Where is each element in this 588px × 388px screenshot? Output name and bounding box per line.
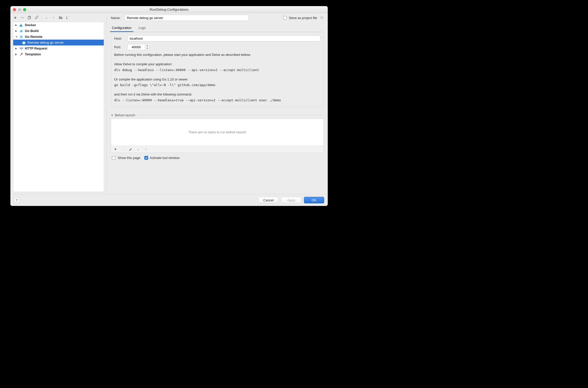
go-item-icon [22, 41, 26, 45]
dialog-footer: ? Cancel Apply OK [10, 194, 328, 206]
tree-label: Remote debug go server [27, 41, 64, 44]
tree-node-remote-debug-go-server[interactable]: Remote debug go server [13, 40, 104, 45]
svg-rect-6 [21, 24, 22, 25]
add-config-button[interactable]: ＋ [13, 15, 18, 20]
wrench-icon [19, 52, 23, 56]
help-line: Or compile the application using Go 1.10… [114, 77, 320, 82]
cancel-button[interactable]: Cancel [258, 197, 279, 203]
svg-rect-5 [21, 25, 22, 26]
help-line: Before running this configuration, pleas… [114, 53, 320, 57]
tabs: Configuration Logs [111, 24, 324, 32]
svg-rect-1 [28, 17, 30, 19]
before-launch-title: Before launch [115, 113, 135, 117]
help-button[interactable]: ? [14, 197, 20, 203]
stepper-down-icon[interactable]: ▼ [145, 47, 149, 50]
launch-options-row: Show this page Activate tool window [111, 155, 324, 160]
tree-node-go-remote[interactable]: ▼ Go Remote [13, 34, 104, 40]
show-this-page-label: Show this page [118, 156, 140, 160]
expand-icon: ▶ [15, 53, 18, 56]
folder-button[interactable] [58, 15, 63, 20]
go-remote-icon [19, 35, 23, 39]
dialog-window: Run/Debug Configurations ＋ − ▲ ▼ [10, 6, 328, 206]
window-title: Run/Debug Configurations [10, 8, 328, 11]
svg-text:z: z [68, 18, 68, 19]
name-input[interactable] [125, 15, 249, 21]
sort-az-button[interactable]: az [65, 15, 70, 20]
svg-text:API: API [20, 47, 22, 49]
name-label: Name: [111, 16, 125, 20]
docker-icon [19, 23, 23, 27]
host-row: Host: [114, 35, 320, 41]
tree-node-http-request[interactable]: ▶ API HTTP Request [13, 45, 104, 51]
name-row: Name: Store as project file [111, 15, 324, 21]
help-command: go build -gcflags \"all=-N -l\" github.c… [114, 83, 320, 88]
move-down-button[interactable]: ▼ [51, 15, 56, 20]
before-launch-empty: There are no tasks to run before launch [188, 130, 246, 134]
expand-icon: ▶ [15, 29, 18, 32]
port-input-wrapper: ▲ ▼ [127, 44, 150, 50]
svg-point-8 [21, 31, 21, 31]
svg-point-9 [22, 31, 22, 31]
tree-label: Templates [25, 52, 41, 56]
tree-label: Docker [25, 23, 36, 27]
host-input[interactable] [127, 35, 320, 41]
gear-icon[interactable] [320, 16, 324, 20]
configuration-panel: Host: Port: ▲ ▼ [111, 32, 324, 107]
tree-node-docker[interactable]: ▶ Docker [13, 22, 104, 28]
expand-icon: ▶ [15, 47, 18, 50]
remove-task-button[interactable]: − [121, 147, 125, 152]
edit-task-button[interactable] [128, 147, 133, 152]
move-up-button[interactable]: ▲ [44, 15, 49, 20]
tree-label: Go Build [25, 29, 39, 33]
tab-configuration[interactable]: Configuration [111, 24, 132, 32]
tree-node-templates[interactable]: ▶ Templates [13, 51, 104, 57]
checkbox-checked-icon [144, 156, 148, 160]
svg-rect-4 [20, 25, 21, 26]
config-tree[interactable]: ▶ Docker ▶ Go Build ▼ [13, 22, 104, 192]
help-line: and then run it via Delve with the follo… [114, 92, 320, 97]
activate-tool-window-checkbox[interactable]: Activate tool window [144, 156, 180, 160]
ok-button[interactable]: OK [304, 197, 324, 203]
add-task-button[interactable]: ＋ [113, 147, 118, 152]
desktop: Run/Debug Configurations ＋ − ▲ ▼ [0, 0, 346, 228]
tab-logs[interactable]: Logs [138, 24, 146, 32]
apply-button[interactable]: Apply [281, 197, 301, 203]
port-input[interactable] [127, 44, 145, 50]
help-text: Before running this configuration, pleas… [114, 53, 320, 103]
collapse-icon: ▼ [15, 35, 18, 38]
port-label: Port: [114, 45, 127, 49]
port-row: Port: ▲ ▼ [114, 44, 320, 50]
stepper-up-icon[interactable]: ▲ [145, 44, 149, 47]
tree-node-go-build[interactable]: ▶ Go Build [13, 28, 104, 34]
titlebar: Run/Debug Configurations [10, 6, 328, 13]
store-as-project-file-checkbox[interactable]: Store as project file [282, 15, 324, 20]
store-as-project-file-label: Store as project file [289, 16, 317, 20]
config-sidebar: ＋ − ▲ ▼ az [10, 13, 107, 194]
svg-text:a: a [68, 16, 68, 17]
divider [138, 115, 324, 115]
svg-point-7 [20, 30, 23, 33]
copy-config-button[interactable] [27, 15, 32, 20]
before-launch-header[interactable]: ▼ Before launch [111, 113, 324, 117]
tasks-toolbar: ＋ − ▲ ▼ [111, 146, 324, 153]
sidebar-toolbar: ＋ − ▲ ▼ az [10, 13, 107, 22]
help-command: dlv debug --headless --listen=:40000 --a… [114, 68, 320, 73]
before-launch-tasks[interactable]: There are no tasks to run before launch [111, 119, 324, 146]
tree-label: HTTP Request [25, 46, 47, 50]
port-stepper[interactable]: ▲ ▼ [145, 44, 150, 50]
help-command: dlv --listen=:40000 --headless=true --ap… [114, 98, 320, 103]
svg-point-11 [22, 42, 25, 44]
before-launch-section: ▼ Before launch There are no tasks to ru… [111, 113, 324, 160]
help-line: Allow Delve to compile your application: [114, 62, 320, 67]
edit-defaults-button[interactable] [34, 15, 39, 20]
task-down-button[interactable]: ▼ [144, 147, 148, 152]
task-up-button[interactable]: ▲ [136, 147, 141, 152]
show-this-page-checkbox[interactable]: Show this page [111, 155, 140, 160]
tree-label: Go Remote [25, 35, 42, 39]
show-this-page-input[interactable] [112, 156, 115, 160]
toolbar-separator [41, 15, 42, 20]
http-icon: API [19, 46, 23, 51]
store-as-project-file-input[interactable] [283, 16, 287, 20]
activate-tool-window-label: Activate tool window [150, 156, 180, 160]
remove-config-button[interactable]: − [20, 15, 25, 20]
